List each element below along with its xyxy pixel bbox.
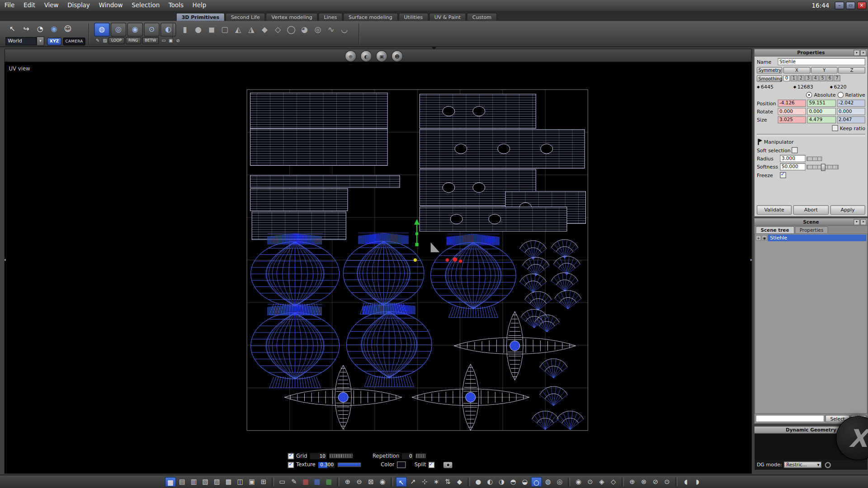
orb-tool[interactable]: ◐ bbox=[160, 23, 176, 37]
tab-utilities[interactable]: Utilities bbox=[398, 13, 428, 21]
select-all-tool[interactable]: ◆ bbox=[454, 477, 465, 487]
uv-planar-tool[interactable]: ▤ bbox=[177, 477, 188, 487]
uv-pin-tool[interactable]: ▩ bbox=[223, 477, 234, 487]
uv-island-fan[interactable] bbox=[551, 239, 578, 258]
tab-custom[interactable]: Custom bbox=[467, 13, 497, 21]
smoothing-level-5[interactable]: 5 bbox=[819, 75, 826, 81]
uv-selected-point[interactable] bbox=[446, 258, 449, 262]
half-sphere-shape-icon[interactable]: ◕ bbox=[298, 23, 311, 36]
rect-select-icon[interactable]: ▭ bbox=[160, 38, 167, 43]
tab-surface-modeling[interactable]: Surface modeling bbox=[343, 13, 398, 21]
scene-tree-item-stiehle[interactable]: Stiehle bbox=[768, 235, 866, 241]
manip-scale-tool[interactable]: ⊘ bbox=[650, 477, 661, 487]
lock-icon[interactable]: + bbox=[755, 235, 761, 240]
viewport-scroll-arrow-right[interactable]: ▸ bbox=[750, 257, 752, 262]
grid-checkbox[interactable] bbox=[288, 453, 294, 459]
shade-top-tool[interactable]: ◓ bbox=[508, 477, 519, 487]
repetition-value-field[interactable]: 0 bbox=[401, 452, 414, 460]
split-checkbox[interactable] bbox=[428, 462, 434, 468]
shade-bottom-tool[interactable]: ◒ bbox=[519, 477, 530, 487]
uv-island-fan[interactable] bbox=[551, 273, 578, 291]
select-vertex-tool[interactable]: ↖ bbox=[396, 477, 407, 487]
position-z-field[interactable]: -2.042 bbox=[837, 99, 865, 107]
zoom-out-tool[interactable]: ⊖ bbox=[354, 477, 364, 487]
cylinder-shape-icon[interactable]: ▮ bbox=[178, 23, 191, 36]
tab-vertex-modeling[interactable]: Vertex modeling bbox=[266, 13, 318, 21]
viewport-scroll-arrow-left[interactable]: ◂ bbox=[5, 257, 6, 262]
repetition-slider[interactable] bbox=[416, 454, 426, 458]
uv-selected-point[interactable] bbox=[453, 257, 458, 262]
tab-lines[interactable]: Lines bbox=[318, 13, 342, 21]
rotate-y-field[interactable]: 0.000 bbox=[807, 108, 836, 115]
zoom-fit-tool[interactable]: ⊠ bbox=[365, 477, 376, 487]
history-back-tool[interactable]: ◖ bbox=[680, 477, 691, 487]
uv-island-grid[interactable] bbox=[420, 207, 567, 231]
smoothing-level-2[interactable]: 2 bbox=[797, 75, 804, 81]
name-field[interactable]: Stiehle bbox=[778, 58, 865, 66]
grid-value-field[interactable]: 10 bbox=[309, 452, 327, 460]
cube-shape-icon[interactable]: ◼ bbox=[205, 23, 218, 36]
uv-island-pot[interactable] bbox=[343, 233, 424, 314]
channel-blue-tool[interactable]: ▦ bbox=[311, 477, 322, 487]
position-y-field[interactable]: 59.151 bbox=[807, 99, 836, 107]
radius-slider[interactable] bbox=[807, 156, 822, 161]
diamond-shape-icon[interactable]: ◆ bbox=[258, 23, 271, 36]
uv-island-fan[interactable] bbox=[557, 411, 584, 430]
channel-green-tool[interactable]: ▦ bbox=[323, 477, 334, 487]
uv-pack-tool[interactable]: ▣ bbox=[246, 477, 257, 487]
ring-button[interactable]: RING bbox=[126, 37, 141, 44]
texture-checkbox[interactable] bbox=[288, 462, 294, 468]
pencil-tool-icon[interactable]: ✎ bbox=[94, 38, 101, 43]
abort-button[interactable]: Abort bbox=[793, 205, 829, 215]
tab-uv-paint[interactable]: UV & Paint bbox=[429, 13, 466, 21]
rotate-x-field[interactable]: 0.000 bbox=[778, 108, 806, 115]
smoothing-level-0[interactable]: 0 bbox=[783, 75, 790, 81]
shade-left-tool[interactable]: ◐ bbox=[484, 477, 495, 487]
shade-textured-tool[interactable]: ◍ bbox=[542, 477, 553, 487]
menu-display[interactable]: Display bbox=[63, 0, 94, 11]
uv-unfold-tool[interactable]: ▦ bbox=[165, 477, 176, 487]
uv-island-fan[interactable] bbox=[525, 291, 552, 310]
absolute-radio[interactable] bbox=[806, 92, 812, 98]
cone-shape-icon[interactable]: ◭ bbox=[231, 23, 245, 36]
uv-island-star[interactable] bbox=[454, 311, 576, 380]
smoothing-level-4[interactable]: 4 bbox=[812, 75, 819, 81]
symmetry-y-button[interactable]: Y bbox=[811, 67, 838, 74]
torus-shape-icon[interactable]: ◎ bbox=[311, 23, 324, 36]
uv-relax-tool[interactable]: ◫ bbox=[235, 477, 245, 487]
uv-island-fan[interactable] bbox=[520, 274, 547, 292]
scene-title-bar[interactable]: Scene ▾ × bbox=[755, 219, 868, 226]
menu-tools[interactable]: Tools bbox=[164, 0, 188, 11]
symmetry-z-button[interactable]: Z bbox=[838, 67, 865, 74]
uv-island-grid[interactable] bbox=[420, 130, 585, 169]
freeze-checkbox[interactable] bbox=[780, 172, 786, 178]
tab-3d-primitives[interactable]: 3D Primitives bbox=[176, 13, 225, 21]
uv-island-fan[interactable] bbox=[540, 386, 567, 406]
spring-shape-icon[interactable]: ∿ bbox=[325, 23, 338, 36]
none-select-icon[interactable]: ⊘ bbox=[175, 38, 182, 43]
uv-viewport[interactable]: UV view ◂ ▸ Grid 10 Repetition 0 Texture… bbox=[5, 62, 752, 474]
texture-value-field[interactable]: 0.300 bbox=[318, 461, 335, 469]
rounded-cube-shape-icon[interactable]: ▢ bbox=[218, 23, 231, 36]
softness-field[interactable]: 50.000 bbox=[780, 163, 805, 170]
snapshot-camera-icon[interactable] bbox=[443, 462, 452, 468]
splitter-handle[interactable] bbox=[431, 47, 437, 50]
zoom-in-tool[interactable]: ⊕ bbox=[342, 477, 353, 487]
tab-scene-properties[interactable]: Properties bbox=[795, 226, 829, 234]
select-edge-tool[interactable]: ↗ bbox=[407, 477, 418, 487]
scene-tree[interactable]: +◉ Stiehle bbox=[755, 234, 868, 414]
xyz-mode-button[interactable]: XYZ bbox=[47, 38, 61, 45]
shade-right-tool[interactable]: ◑ bbox=[496, 477, 507, 487]
scene-tree-row[interactable]: +◉ Stiehle bbox=[755, 235, 866, 241]
camera-head-icon[interactable]: ☻ bbox=[392, 50, 403, 62]
texture-page-tool[interactable]: ▭ bbox=[277, 477, 288, 487]
uv-selected-point[interactable] bbox=[459, 259, 462, 263]
select-object-tool[interactable]: ∗ bbox=[431, 477, 442, 487]
manip-move-tool[interactable]: ⊕ bbox=[627, 477, 637, 487]
softness-slider[interactable] bbox=[807, 164, 839, 169]
uv-island-grid[interactable] bbox=[250, 189, 348, 211]
shade-full-tool[interactable]: ● bbox=[473, 477, 484, 487]
close-button[interactable]: × bbox=[857, 2, 867, 9]
properties-collapse-button[interactable]: ▾ bbox=[854, 50, 859, 56]
smoothing-level-6[interactable]: 6 bbox=[826, 75, 833, 81]
